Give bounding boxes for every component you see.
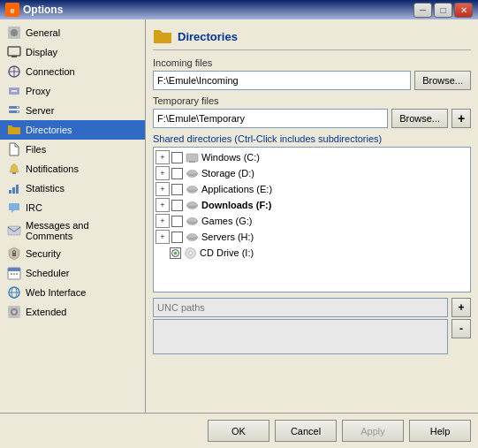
sidebar-label-notifications: Notifications: [26, 163, 79, 174]
bottom-bar: OK Cancel Apply Help: [0, 413, 478, 448]
irc-icon: [7, 201, 21, 215]
tree-item-downloads[interactable]: + Downloads (F:): [156, 197, 468, 213]
tree-item-servers[interactable]: + Servers (H:): [156, 229, 468, 245]
main-content: General Display Connection Proxy Server: [0, 19, 478, 413]
tree-label-games: Games (G:): [201, 216, 252, 226]
maximize-button[interactable]: □: [434, 3, 452, 18]
notifications-icon: [7, 162, 21, 176]
tree-item-windows[interactable]: + Windows (C:): [156, 149, 468, 165]
sidebar-label-scheduler: Scheduler: [26, 268, 70, 278]
unc-label-input[interactable]: [153, 298, 448, 317]
files-icon: [7, 142, 21, 156]
messages-icon: [7, 224, 21, 238]
tree-label-servers: Servers (H:): [201, 232, 254, 242]
temporary-input[interactable]: [153, 109, 388, 128]
svg-rect-4: [8, 47, 20, 56]
sidebar-label-extended: Extended: [26, 307, 66, 317]
expand-applications[interactable]: +: [156, 182, 170, 196]
unc-input-wrapper: [153, 298, 448, 354]
sidebar-item-messages[interactable]: Messages and Comments: [0, 217, 145, 244]
minimize-button[interactable]: ─: [414, 3, 432, 18]
shared-section: Shared directories (Ctrl-Click includes …: [153, 133, 471, 292]
sidebar-label-messages: Messages and Comments: [26, 220, 138, 241]
incoming-input[interactable]: [153, 71, 411, 90]
sidebar-item-server[interactable]: Server: [0, 101, 145, 120]
checkbox-cddrive[interactable]: [170, 247, 181, 259]
svg-rect-14: [12, 172, 16, 174]
sidebar-item-scheduler[interactable]: Scheduler: [0, 263, 145, 283]
unc-row: + -: [153, 298, 471, 354]
checkbox-games[interactable]: [171, 216, 183, 227]
temporary-plus-button[interactable]: +: [451, 109, 471, 128]
directories-icon: [7, 123, 21, 137]
svg-rect-5: [11, 56, 17, 57]
sidebar-item-directories[interactable]: Directories: [0, 120, 145, 140]
unc-minus-button[interactable]: -: [451, 319, 471, 338]
unc-plus-button[interactable]: +: [451, 298, 471, 317]
apply-button[interactable]: Apply: [342, 420, 404, 442]
tree-label-storage: Storage (D:): [201, 168, 254, 178]
sidebar-item-connection[interactable]: Connection: [0, 62, 145, 81]
panel-header-icon: [153, 27, 172, 46]
expand-windows[interactable]: +: [156, 150, 170, 164]
tree-item-games[interactable]: + Games (G:): [156, 213, 468, 229]
drive-icon-applications: [185, 182, 199, 196]
incoming-browse-button[interactable]: Browse...: [414, 71, 471, 90]
svg-rect-33: [189, 161, 195, 163]
display-icon: [7, 45, 21, 59]
help-button[interactable]: Help: [409, 420, 471, 442]
shared-tree[interactable]: + Windows (C:) + Storage (D:): [153, 147, 471, 292]
unc-textarea[interactable]: [153, 319, 448, 354]
sidebar-item-notifications[interactable]: Notifications: [0, 159, 145, 178]
sidebar-label-general: General: [26, 27, 60, 38]
sidebar-item-extended[interactable]: Extended: [0, 302, 145, 322]
checkbox-applications[interactable]: [171, 184, 183, 195]
panel-header: Directories: [153, 27, 471, 50]
sidebar-item-statistics[interactable]: Statistics: [0, 178, 145, 198]
app-icon: e: [5, 3, 19, 17]
close-button[interactable]: ✕: [454, 3, 473, 18]
unc-buttons: + -: [451, 298, 471, 338]
sidebar-label-security: Security: [26, 248, 61, 259]
sidebar-item-webinterface[interactable]: Web Interface: [0, 283, 145, 302]
temporary-label: Temporary files: [153, 95, 471, 106]
expand-storage[interactable]: +: [156, 166, 170, 180]
svg-point-3: [11, 29, 18, 36]
svg-point-13: [17, 111, 19, 113]
sidebar-label-display: Display: [26, 47, 57, 57]
sidebar-item-proxy[interactable]: Proxy: [0, 81, 145, 101]
cancel-button[interactable]: Cancel: [275, 420, 337, 442]
svg-point-42: [188, 251, 192, 254]
sidebar-item-irc[interactable]: IRC: [0, 198, 145, 217]
tree-item-storage[interactable]: + Storage (D:): [156, 165, 468, 181]
extended-icon: [7, 305, 21, 319]
tree-item-cddrive[interactable]: CD Drive (I:): [156, 245, 468, 261]
checkbox-windows[interactable]: [171, 152, 183, 163]
sidebar-item-general[interactable]: General: [0, 23, 145, 42]
svg-point-12: [17, 107, 19, 109]
sidebar-item-files[interactable]: Files: [0, 140, 145, 159]
svg-text:e: e: [10, 6, 14, 15]
sidebar-label-webinterface: Web Interface: [26, 287, 86, 298]
expand-servers[interactable]: +: [156, 230, 170, 244]
expand-games[interactable]: +: [156, 214, 170, 228]
svg-rect-17: [16, 185, 19, 194]
svg-rect-15: [9, 190, 11, 194]
drive-icon-windows: [185, 150, 199, 164]
svg-rect-25: [16, 273, 18, 275]
statistics-icon: [7, 181, 21, 195]
right-panel: Directories Incoming files Browse... Tem…: [146, 19, 478, 413]
sidebar: General Display Connection Proxy Server: [0, 19, 146, 413]
ok-button[interactable]: OK: [208, 420, 269, 442]
checkbox-downloads[interactable]: [171, 200, 183, 211]
svg-rect-23: [11, 273, 12, 275]
checkbox-storage[interactable]: [171, 168, 183, 179]
sidebar-item-security[interactable]: Security: [0, 244, 145, 263]
sidebar-label-irc: IRC: [26, 202, 42, 213]
temporary-browse-button[interactable]: Browse...: [391, 109, 448, 128]
tree-item-applications[interactable]: + Applications (E:): [156, 181, 468, 197]
sidebar-item-display[interactable]: Display: [0, 42, 145, 62]
expand-downloads[interactable]: +: [156, 198, 170, 212]
checkbox-servers[interactable]: [171, 232, 183, 243]
drive-icon-storage: [185, 166, 199, 180]
